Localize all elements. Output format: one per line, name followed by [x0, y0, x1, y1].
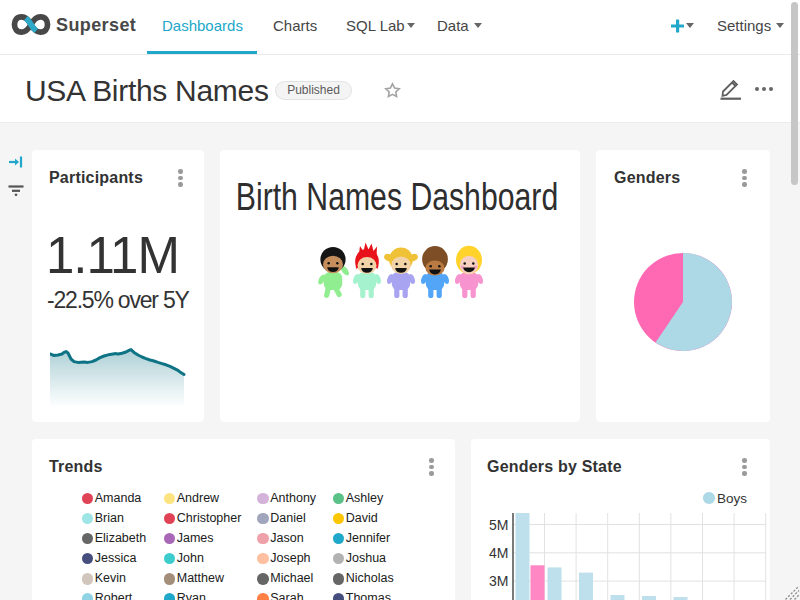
svg-text:5M: 5M	[489, 517, 508, 533]
svg-text:3M: 3M	[489, 573, 508, 589]
svg-text:4M: 4M	[489, 545, 508, 561]
